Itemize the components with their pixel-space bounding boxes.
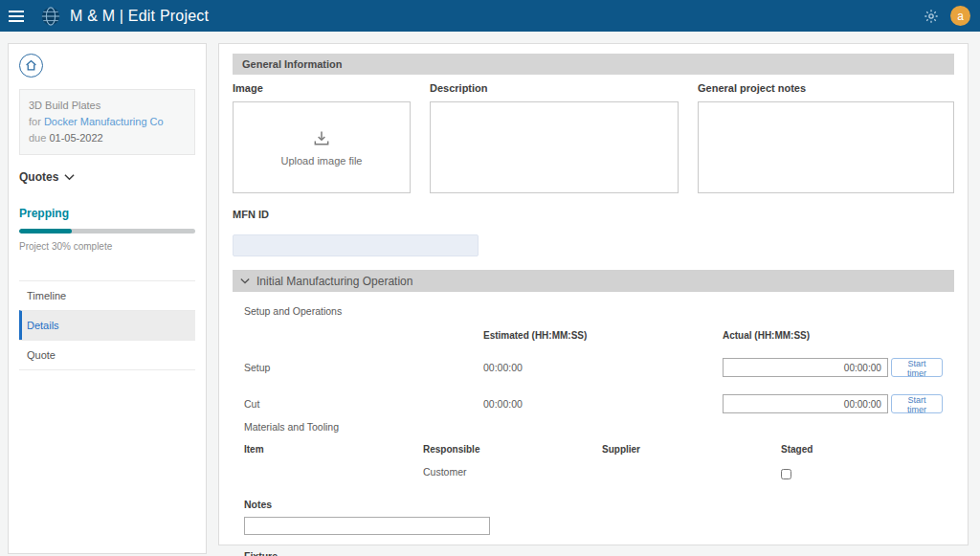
staged-checkbox[interactable]	[781, 469, 791, 479]
user-avatar[interactable]: a	[950, 6, 970, 26]
sidebar-menu: Timeline Details Quote	[19, 280, 195, 370]
supplier-cell	[602, 466, 781, 483]
progress-bar	[19, 229, 195, 234]
operation-section-header[interactable]: Initial Manufacturing Operation	[233, 270, 954, 292]
staged-header: Staged	[781, 444, 943, 455]
progress-text: Project 30% complete	[19, 241, 195, 252]
cut-actual-input[interactable]	[723, 394, 888, 413]
notes-input[interactable]	[244, 517, 490, 535]
notes-label: Notes	[244, 499, 943, 510]
quotes-toggle[interactable]: Quotes	[19, 170, 195, 184]
estimated-header: Estimated (HH:MM:SS)	[483, 330, 723, 341]
setup-actual-cell: Start timer	[723, 358, 943, 377]
description-label: Description	[430, 82, 679, 94]
due-date: 01-05-2022	[49, 132, 102, 144]
description-textarea[interactable]	[430, 101, 679, 193]
staged-cell	[781, 466, 943, 483]
app-logo-icon	[40, 6, 61, 27]
project-summary-card: 3D Build Plates for Docker Manufacturing…	[19, 89, 195, 155]
project-notes-column: General project notes	[698, 82, 954, 197]
sidebar-item-details[interactable]: Details	[19, 310, 195, 340]
project-status: Prepping	[19, 207, 195, 220]
cut-row-label: Cut	[244, 398, 483, 410]
sidebar-item-timeline[interactable]: Timeline	[19, 280, 195, 310]
project-notes-textarea[interactable]	[698, 101, 954, 193]
upload-icon	[312, 129, 331, 148]
page-title: M & M | Edit Project	[70, 8, 209, 25]
project-notes-label: General project notes	[698, 82, 954, 94]
operation-header-label: Initial Manufacturing Operation	[256, 275, 412, 288]
setup-actual-input[interactable]	[723, 358, 888, 377]
responsible-cell: Customer	[423, 466, 602, 483]
quotes-label: Quotes	[19, 170, 58, 184]
home-button[interactable]	[19, 54, 43, 78]
fixture-label: Fixture	[244, 550, 943, 556]
responsible-header: Responsible	[423, 444, 602, 455]
mfn-id-input[interactable]	[233, 234, 479, 256]
sidebar-item-quote[interactable]: Quote	[19, 340, 195, 370]
setup-row-label: Setup	[244, 362, 483, 373]
home-icon	[25, 59, 37, 72]
setup-start-timer-button[interactable]: Start timer	[891, 358, 943, 377]
for-label: for	[29, 116, 41, 127]
sidebar: 3D Build Plates for Docker Manufacturing…	[8, 43, 207, 554]
chevron-down-icon	[64, 173, 75, 181]
image-label: Image	[233, 82, 411, 94]
materials-tooling-label: Materials and Tooling	[244, 421, 943, 433]
progress-fill	[19, 229, 72, 234]
main-content: General Information Image Upload image f…	[218, 43, 969, 545]
setup-operations-label: Setup and Operations	[244, 305, 943, 317]
project-name: 3D Build Plates	[29, 98, 186, 114]
general-info-header: General Information	[233, 54, 954, 75]
chevron-down-icon	[240, 278, 250, 284]
item-header: Item	[244, 444, 423, 455]
image-upload-dropzone[interactable]: Upload image file	[233, 101, 411, 193]
settings-icon[interactable]	[924, 9, 939, 24]
cut-estimated-value: 00:00:00	[483, 398, 723, 410]
cut-start-timer-button[interactable]: Start timer	[891, 394, 943, 413]
hamburger-icon	[9, 11, 24, 22]
supplier-header: Supplier	[602, 444, 781, 455]
upload-text: Upload image file	[281, 155, 363, 167]
cut-actual-cell: Start timer	[723, 394, 943, 413]
topbar: M & M | Edit Project a	[0, 0, 980, 32]
description-column: Description	[430, 82, 679, 197]
company-link[interactable]: Docker Manufacturing Co	[44, 116, 164, 127]
image-column: Image Upload image file	[233, 82, 411, 197]
mfn-id-label: MFN ID	[233, 209, 954, 220]
menu-icon[interactable]	[0, 11, 33, 22]
actual-header: Actual (HH:MM:SS)	[723, 330, 943, 341]
due-label: due	[29, 132, 46, 144]
setup-estimated-value: 00:00:00	[483, 362, 723, 373]
item-cell	[244, 466, 423, 483]
